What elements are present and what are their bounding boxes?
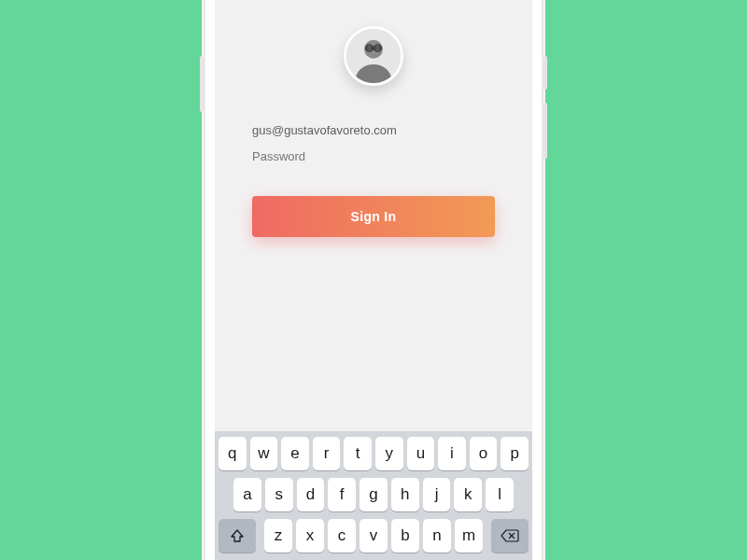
backspace-key[interactable]	[491, 519, 529, 553]
key-j[interactable]: j	[423, 478, 451, 511]
key-h[interactable]: h	[391, 478, 419, 511]
key-q[interactable]: q	[218, 437, 247, 470]
key-v[interactable]: v	[359, 519, 388, 553]
key-a[interactable]: a	[233, 478, 261, 511]
signin-form: Sign In	[215, 86, 532, 237]
device-side-button	[200, 56, 204, 112]
key-m[interactable]: m	[455, 519, 483, 553]
signin-button[interactable]: Sign In	[252, 196, 495, 237]
shift-key[interactable]	[218, 519, 256, 553]
avatar	[344, 26, 403, 86]
key-p[interactable]: p	[500, 437, 529, 470]
key-e[interactable]: e	[281, 437, 309, 470]
key-x[interactable]: x	[296, 519, 324, 553]
header: Sign In	[215, 0, 532, 7]
key-r[interactable]: r	[313, 437, 341, 470]
device-side-button	[543, 103, 547, 159]
key-o[interactable]: o	[470, 437, 498, 470]
key-z[interactable]: z	[264, 519, 292, 553]
key-g[interactable]: g	[359, 478, 388, 511]
key-w[interactable]: w	[250, 437, 278, 470]
key-c[interactable]: c	[328, 519, 356, 553]
device-side-button	[543, 56, 547, 90]
password-field[interactable]	[252, 142, 495, 168]
screen: 9:41 100% Sign In Sign In	[215, 0, 532, 560]
key-k[interactable]: k	[454, 478, 482, 511]
key-s[interactable]: s	[265, 478, 293, 511]
key-d[interactable]: d	[297, 478, 325, 511]
key-f[interactable]: f	[328, 478, 356, 511]
key-i[interactable]: i	[438, 437, 466, 470]
key-t[interactable]: t	[344, 437, 372, 470]
key-b[interactable]: b	[391, 519, 419, 553]
email-field[interactable]	[252, 116, 495, 142]
phone-device-frame: 9:41 100% Sign In Sign In	[205, 0, 542, 560]
keyboard: qwertyuiop asdfghjkl zxcvbnm 123	[215, 431, 532, 560]
key-u[interactable]: u	[407, 437, 435, 470]
key-n[interactable]: n	[423, 519, 451, 553]
key-y[interactable]: y	[375, 437, 403, 470]
svg-rect-2	[365, 46, 382, 50]
key-l[interactable]: l	[486, 478, 514, 511]
